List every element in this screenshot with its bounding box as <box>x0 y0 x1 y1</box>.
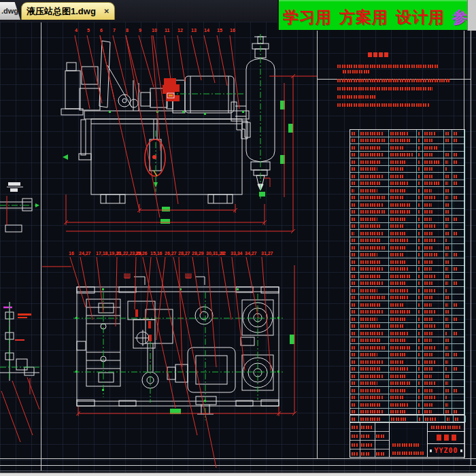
tab-active-drawing[interactable]: 液压站总图1.dwg ✕ <box>21 2 115 20</box>
table-row <box>350 316 464 323</box>
table-row <box>350 130 464 137</box>
table-row <box>350 358 464 366</box>
table-row <box>350 216 464 223</box>
banner-text: 设计用 <box>396 7 445 28</box>
table-row <box>350 273 464 280</box>
table-row <box>350 337 464 345</box>
table-row <box>350 237 464 245</box>
balloon-label: 4 <box>75 27 78 33</box>
table-row <box>350 352 464 359</box>
table-row <box>350 187 464 194</box>
code-cell: YYZ00 <box>428 423 464 457</box>
table-row <box>350 330 464 337</box>
table-row <box>350 166 464 173</box>
banner-text: 方案用 <box>339 7 388 28</box>
watermark-banner: 学习用 方案用 设计用 参考用 <box>277 0 467 30</box>
balloon-label: 12 <box>177 27 183 33</box>
balloon-label: 8 <box>126 27 129 33</box>
table-row <box>350 180 464 188</box>
table-row <box>350 373 464 380</box>
balloon-label: 16 <box>230 27 235 33</box>
table-row <box>350 387 464 394</box>
table-row <box>350 252 464 259</box>
balloon-label: 14 <box>204 27 209 33</box>
balloon-label: 13 <box>191 27 197 33</box>
window-bottom-edge <box>0 473 476 476</box>
table-row <box>350 144 464 152</box>
parts-list-header <box>350 415 464 423</box>
balloon-label: 16 <box>69 250 74 256</box>
balloon-label: 7 <box>113 27 116 33</box>
table-row <box>350 158 464 166</box>
table-row <box>350 201 464 209</box>
table-row <box>350 401 464 409</box>
drawing-info-cell <box>390 423 428 457</box>
table-row <box>350 287 464 294</box>
balloon-label: 24,27 <box>79 250 91 256</box>
title-block: YYZ00 <box>350 415 465 458</box>
scrollbar[interactable] <box>467 0 476 31</box>
table-row <box>350 194 464 202</box>
table-row <box>350 380 464 388</box>
table-row <box>350 244 464 252</box>
balloon-label: 11 <box>165 27 169 33</box>
table-row <box>350 230 464 237</box>
table-row <box>350 323 464 330</box>
table-row <box>350 152 464 159</box>
balloon-label: 6 <box>100 27 103 33</box>
technical-notes <box>337 49 466 114</box>
table-row <box>350 223 464 231</box>
table-row <box>350 258 464 266</box>
tab-label: 液压站总图1.dwg <box>27 5 96 18</box>
table-row <box>350 366 464 373</box>
table-row <box>350 301 464 309</box>
cad-application-window: .dwg 液压站总图1.dwg ✕ 学习用 方案用 设计用 参考用 <box>0 0 476 476</box>
tab-label: .dwg <box>1 7 18 15</box>
balloon-label: 28,29 <box>192 250 204 256</box>
balloon-label: 15 <box>217 27 222 33</box>
table-row <box>350 280 464 288</box>
balloon-label: 31,27 <box>261 250 273 256</box>
table-row <box>350 309 464 316</box>
balloon-label: 25,26 <box>135 250 148 256</box>
table-row <box>350 415 466 422</box>
table-row <box>350 209 464 216</box>
balloon-label: 5 <box>87 27 90 33</box>
table-row <box>350 394 464 402</box>
banner-text: 学习用 <box>283 7 332 28</box>
tab-other-dwg[interactable]: .dwg <box>0 2 20 20</box>
signature-grid <box>350 423 390 457</box>
table-row <box>350 173 464 180</box>
balloon-label: 28,27 <box>178 250 190 256</box>
balloon-label: 15,16 <box>150 250 163 256</box>
drawing-number: YYZ00 <box>434 447 458 454</box>
balloon-label: 10 <box>152 27 157 33</box>
table-row <box>350 344 464 352</box>
company-stamp <box>428 432 464 444</box>
table-row <box>350 266 464 273</box>
table-row <box>350 294 464 302</box>
balloon-label: 26,27 <box>165 250 177 256</box>
close-icon[interactable]: ✕ <box>104 7 109 15</box>
balloon-label: 32 <box>220 250 226 256</box>
balloon-label: 9 <box>139 27 141 33</box>
parts-list-table <box>350 129 465 415</box>
balloon-label: 33,34 <box>231 250 243 256</box>
balloon-label: 34,27 <box>245 250 257 256</box>
table-row <box>350 137 464 145</box>
